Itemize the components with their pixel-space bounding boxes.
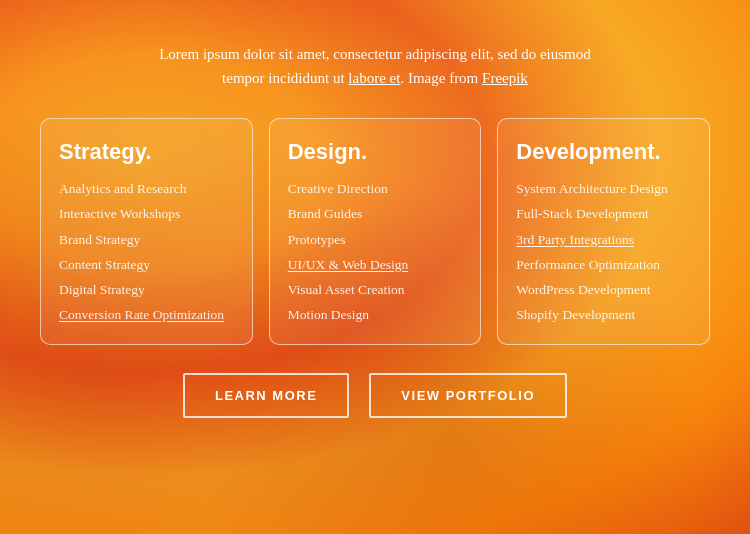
- list-item: Prototypes: [288, 230, 463, 250]
- card-items-development: System Architecture DesignFull-Stack Dev…: [516, 179, 691, 326]
- list-item: Shopify Development: [516, 305, 691, 325]
- card-development: Development.System Architecture DesignFu…: [497, 118, 710, 345]
- buttons-container: LEARN MOREVIEW PORTFOLIO: [183, 373, 567, 418]
- subtitle-line1: Lorem ipsum dolor sit amet, consectetur …: [159, 46, 591, 62]
- list-item: Performance Optimization: [516, 255, 691, 275]
- view-portfolio-button[interactable]: VIEW PORTFOLIO: [369, 373, 567, 418]
- list-item: Brand Strategy: [59, 230, 234, 250]
- background: Lorem ipsum dolor sit amet, consectetur …: [0, 0, 750, 534]
- list-item: Motion Design: [288, 305, 463, 325]
- cards-container: Strategy.Analytics and ResearchInteracti…: [40, 118, 710, 345]
- list-item: Analytics and Research: [59, 179, 234, 199]
- freepik-link[interactable]: Freepik: [482, 70, 528, 86]
- list-item: System Architecture Design: [516, 179, 691, 199]
- card-strategy: Strategy.Analytics and ResearchInteracti…: [40, 118, 253, 345]
- card-title-strategy: Strategy.: [59, 139, 234, 165]
- subtitle-line2: tempor incididunt ut labore et. Image fr…: [222, 70, 528, 86]
- list-item: Creative Direction: [288, 179, 463, 199]
- list-item: UI/UX & Web Design: [288, 255, 463, 275]
- card-title-development: Development.: [516, 139, 691, 165]
- list-item: Digital Strategy: [59, 280, 234, 300]
- list-item: Interactive Workshops: [59, 204, 234, 224]
- main-content: Lorem ipsum dolor sit amet, consectetur …: [40, 30, 710, 418]
- list-item: Brand Guides: [288, 204, 463, 224]
- card-design: Design.Creative DirectionBrand GuidesPro…: [269, 118, 482, 345]
- list-item: Full-Stack Development: [516, 204, 691, 224]
- list-item: 3rd Party Integrations: [516, 230, 691, 250]
- page-subtitle: Lorem ipsum dolor sit amet, consectetur …: [159, 42, 591, 90]
- card-items-design: Creative DirectionBrand GuidesPrototypes…: [288, 179, 463, 326]
- card-title-design: Design.: [288, 139, 463, 165]
- card-items-strategy: Analytics and ResearchInteractive Worksh…: [59, 179, 234, 326]
- list-item: Visual Asset Creation: [288, 280, 463, 300]
- list-item: WordPress Development: [516, 280, 691, 300]
- list-item: Content Strategy: [59, 255, 234, 275]
- list-item: Conversion Rate Optimization: [59, 305, 234, 325]
- labore-link[interactable]: labore et: [348, 70, 400, 86]
- learn-more-button[interactable]: LEARN MORE: [183, 373, 349, 418]
